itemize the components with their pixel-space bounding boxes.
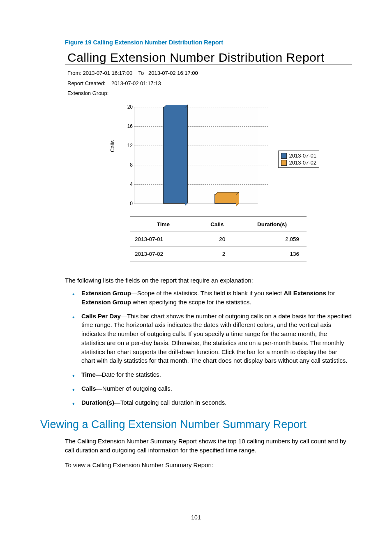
to-label: To <box>138 70 144 76</box>
list-item: Time—Date for the statistics. <box>72 370 352 379</box>
chart-legend: 2013-07-012013-07-02 <box>278 151 320 168</box>
field-term: Extension Group <box>81 290 131 297</box>
plot-area: 2013-07-012013-07-02 048121620 <box>134 107 258 204</box>
field-term: Calls Per Day <box>81 313 121 320</box>
from-value: 2013-07-01 16:17:00 <box>83 70 133 76</box>
y-tick-label: 8 <box>124 162 133 168</box>
list-item: Calls—Number of outgoing calls. <box>72 384 352 393</box>
list-item: Extension Group—Scope of the statistics.… <box>72 289 352 307</box>
from-label: From: <box>67 70 81 76</box>
list-item: Calls Per Day—This bar chart shows the n… <box>72 312 352 366</box>
grid-line <box>134 165 268 165</box>
field-list: Extension Group—Scope of the statistics.… <box>72 289 352 407</box>
legend-item: 2013-07-02 <box>281 159 317 166</box>
table-cell: 2,059 <box>238 232 307 247</box>
figure-caption: Figure 19 Calling Extension Number Distr… <box>65 39 352 46</box>
chart-bar <box>214 194 237 204</box>
table-header: Time <box>130 217 197 232</box>
to-value: 2013-07-02 16:17:00 <box>148 70 198 76</box>
table-row: 2013-07-01202,059 <box>130 232 307 247</box>
list-item: Duration(s)—Total outgoing call duration… <box>72 398 352 407</box>
inline-bold: All Extensions <box>284 290 326 297</box>
legend-swatch <box>281 160 287 166</box>
extension-group-label: Extension Group: <box>67 90 108 96</box>
field-term: Time <box>81 371 96 378</box>
y-tick-label: 4 <box>124 181 133 187</box>
grid-line <box>134 107 268 107</box>
table-header: Calls <box>197 217 238 232</box>
data-table: TimeCallsDuration(s) 2013-07-01202,05920… <box>130 216 307 262</box>
legend-label: 2013-07-01 <box>289 153 317 159</box>
field-term: Duration(s) <box>81 399 114 406</box>
section-heading: Viewing a Calling Extension Number Summa… <box>40 418 352 431</box>
y-axis-label: Calls <box>109 140 115 152</box>
field-term: Calls <box>81 385 96 392</box>
y-tick-label: 12 <box>124 143 133 148</box>
y-tick-label: 0 <box>124 201 133 206</box>
bar-chart: Calls 2013-07-012013-07-02 048121620 <box>122 107 320 204</box>
y-tick-label: 20 <box>124 104 133 110</box>
chart-bar <box>163 107 186 204</box>
table-row: 2013-07-022136 <box>130 247 307 262</box>
intro-paragraph: The following lists the fields on the re… <box>65 276 352 285</box>
grid-line <box>134 146 268 146</box>
section-paragraph: To view a Calling Extension Number Summa… <box>65 461 352 470</box>
legend-label: 2013-07-02 <box>289 160 317 166</box>
table-cell: 136 <box>238 247 307 262</box>
created-value: 2013-07-02 01:17:13 <box>111 80 161 86</box>
grid-line <box>134 184 268 185</box>
section-paragraph: The Calling Extension Number Summary Rep… <box>65 437 352 455</box>
inline-bold: Extension Group <box>81 299 131 306</box>
page-number: 101 <box>0 514 392 521</box>
legend-item: 2013-07-01 <box>281 152 317 159</box>
document-page: Figure 19 Calling Extension Number Distr… <box>0 0 392 533</box>
table-cell: 2013-07-02 <box>130 247 197 262</box>
created-label: Report Created: <box>67 80 106 86</box>
legend-swatch <box>281 153 287 159</box>
table-cell: 2013-07-01 <box>130 232 197 247</box>
report-title: Calling Extension Number Distribution Re… <box>65 51 352 65</box>
report-metadata: From: 2013-07-01 16:17:00 To 2013-07-02 … <box>67 68 352 99</box>
grid-line <box>134 126 268 127</box>
y-tick-label: 16 <box>124 123 133 129</box>
table-header: Duration(s) <box>238 217 307 232</box>
table-cell: 20 <box>197 232 238 247</box>
table-cell: 2 <box>197 247 238 262</box>
